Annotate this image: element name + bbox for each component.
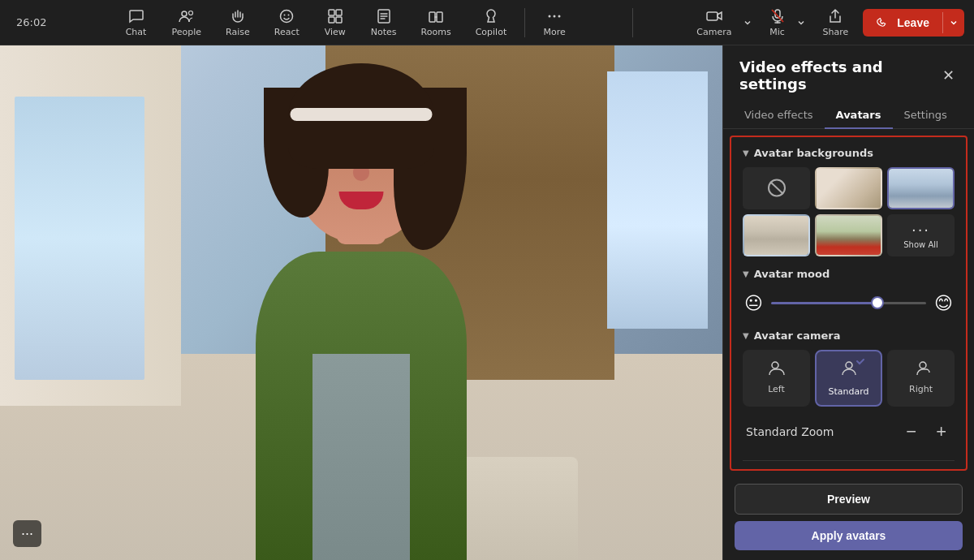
mic-icon bbox=[769, 8, 786, 24]
nav-item-more[interactable]: More bbox=[532, 3, 577, 42]
panel-close-button[interactable]: ✕ bbox=[939, 63, 958, 88]
avatar-head bbox=[280, 71, 442, 282]
chevron-down-icon bbox=[743, 19, 752, 27]
camera-option-standard[interactable]: Standard bbox=[815, 350, 882, 407]
camera-icon bbox=[706, 8, 722, 24]
leave-main: Leave bbox=[863, 9, 942, 37]
topbar: 26:02 Chat People Raise bbox=[0, 0, 974, 45]
nav-chat-label: Chat bbox=[126, 27, 147, 37]
chat-icon bbox=[128, 8, 144, 24]
svg-rect-11 bbox=[437, 12, 442, 22]
chevron-down-icon bbox=[797, 19, 805, 27]
nav-item-people[interactable]: People bbox=[161, 3, 213, 42]
svg-point-22 bbox=[920, 362, 926, 368]
nav-item-notes[interactable]: Notes bbox=[360, 3, 408, 42]
camera-right-label: Right bbox=[909, 384, 933, 394]
ellipsis-icon: ··· bbox=[21, 525, 33, 541]
rooms-icon bbox=[428, 8, 444, 24]
svg-rect-7 bbox=[329, 17, 334, 23]
info-text: Others won't see your avatar while you p… bbox=[756, 467, 951, 471]
avatar-mouth bbox=[339, 192, 384, 209]
svg-rect-6 bbox=[336, 10, 342, 15]
share-button[interactable]: Share bbox=[815, 3, 857, 42]
video-area: ··· bbox=[0, 45, 722, 560]
mic-control: Mic bbox=[761, 3, 808, 42]
camera-label: Camera bbox=[696, 27, 731, 37]
apply-avatars-button[interactable]: Apply avatars bbox=[735, 521, 963, 550]
svg-rect-10 bbox=[429, 12, 435, 22]
backgrounds-grid: ··· Show All bbox=[743, 167, 955, 256]
notes-icon bbox=[376, 8, 392, 24]
avatar-figure bbox=[223, 45, 499, 560]
camera-chevron[interactable] bbox=[740, 3, 755, 42]
bg-show-all[interactable]: ··· Show All bbox=[887, 214, 955, 256]
svg-point-1 bbox=[188, 11, 192, 15]
app-logo: 26:02 bbox=[10, 15, 46, 30]
show-all-label: Show All bbox=[903, 240, 938, 249]
nav-item-react[interactable]: React bbox=[263, 3, 311, 42]
tab-settings[interactable]: Settings bbox=[893, 102, 959, 129]
video-more-button[interactable]: ··· bbox=[13, 520, 41, 547]
avatar-camera-header[interactable]: ▼ Avatar camera bbox=[743, 330, 955, 342]
nav-item-rooms[interactable]: Rooms bbox=[410, 3, 463, 42]
panel-header: Video effects and settings ✕ bbox=[723, 45, 974, 102]
zoom-controls: − + bbox=[901, 420, 951, 444]
tab-avatars[interactable]: Avatars bbox=[825, 102, 893, 129]
copilot-icon bbox=[483, 8, 499, 24]
nav-people-label: People bbox=[172, 27, 202, 37]
camera-standard-label: Standard bbox=[828, 386, 868, 397]
avatar-mood-label: Avatar mood bbox=[754, 268, 830, 280]
nav-item-copilot[interactable]: Copilot bbox=[464, 3, 519, 42]
bg-room-1[interactable] bbox=[815, 167, 882, 209]
panel-body: ▼ Avatar backgrounds bbox=[730, 136, 968, 471]
camera-option-right[interactable]: Right bbox=[887, 350, 955, 407]
share-icon bbox=[827, 8, 843, 24]
avatar-backgrounds-header[interactable]: ▼ Avatar backgrounds bbox=[743, 147, 955, 159]
nav-item-chat[interactable]: Chat bbox=[114, 3, 159, 42]
svg-point-20 bbox=[772, 362, 778, 368]
more-icon bbox=[546, 8, 562, 24]
camera-button[interactable]: Camera bbox=[688, 3, 739, 42]
bg-none[interactable] bbox=[743, 167, 810, 209]
nav-item-raise[interactable]: Raise bbox=[214, 3, 261, 42]
avatar-mood-section: ▼ Avatar mood 😐 😊 bbox=[743, 268, 955, 318]
svg-point-12 bbox=[549, 15, 551, 17]
section-chevron-mood: ▼ bbox=[743, 269, 749, 278]
nav-raise-label: Raise bbox=[226, 27, 250, 37]
svg-point-13 bbox=[554, 15, 556, 17]
zoom-plus-button[interactable]: + bbox=[931, 420, 951, 444]
svg-point-2 bbox=[281, 10, 293, 22]
checkmark-icon bbox=[855, 356, 865, 366]
mood-sad-icon: 😐 bbox=[744, 293, 763, 313]
svg-point-14 bbox=[558, 15, 561, 17]
leave-chevron[interactable] bbox=[942, 12, 964, 33]
nav-item-view[interactable]: View bbox=[312, 3, 358, 42]
camera-grid: Left Standard bbox=[743, 350, 955, 407]
avatar-camera-label: Avatar camera bbox=[754, 330, 841, 342]
mic-chevron[interactable] bbox=[794, 3, 808, 42]
zoom-minus-button[interactable]: − bbox=[901, 420, 921, 444]
mood-slider[interactable] bbox=[771, 302, 926, 304]
avatar-hair-band bbox=[291, 108, 433, 121]
svg-rect-15 bbox=[707, 12, 718, 20]
topbar-nav: Chat People Raise bbox=[114, 3, 578, 42]
leave-button[interactable]: Leave bbox=[863, 9, 964, 37]
avatar-mood-header[interactable]: ▼ Avatar mood bbox=[743, 268, 955, 280]
preview-button[interactable]: Preview bbox=[735, 484, 963, 515]
bg-room-3[interactable] bbox=[743, 214, 810, 256]
nav-notes-label: Notes bbox=[371, 27, 397, 37]
nav-copilot-label: Copilot bbox=[476, 27, 507, 37]
camera-option-left[interactable]: Left bbox=[743, 350, 810, 407]
avatar-camera-section: ▼ Avatar camera Left bbox=[743, 330, 955, 449]
bg-room-2[interactable] bbox=[887, 167, 955, 209]
zoom-row: Standard Zoom − + bbox=[743, 415, 955, 449]
tab-video-effects[interactable]: Video effects bbox=[733, 102, 825, 129]
bg-room-4[interactable] bbox=[815, 214, 882, 256]
mic-button[interactable]: Mic bbox=[761, 3, 794, 42]
avatar-shirt bbox=[312, 354, 410, 560]
nav-react-label: React bbox=[274, 27, 300, 37]
leave-label: Leave bbox=[897, 16, 929, 29]
view-icon bbox=[327, 8, 343, 24]
show-all-dots: ··· bbox=[912, 222, 930, 239]
topbar-right-controls: Camera Mic bbox=[688, 3, 964, 42]
